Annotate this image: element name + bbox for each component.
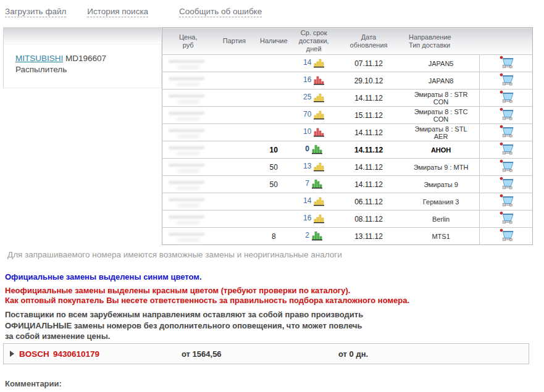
availability-cell — [254, 90, 293, 107]
delivery-days-cell: 16 — [293, 72, 335, 90]
cart-icon — [498, 125, 514, 138]
availability-cell — [254, 72, 293, 90]
analog-price-from: от 1564,56 — [182, 349, 222, 359]
direction-cell: Эмираты 9 : MTH — [403, 159, 480, 176]
cart-cell — [480, 124, 533, 141]
update-date-cell: 07.11.12 — [335, 55, 403, 72]
party-cell — [214, 124, 254, 141]
report-error-link[interactable]: Сообщить об ошибке — [179, 7, 262, 17]
update-date-cell: 14.11.12 — [335, 159, 403, 176]
update-date-cell: 06.11.12 — [335, 193, 403, 211]
cart-icon — [498, 177, 514, 190]
add-to-cart-button[interactable] — [498, 159, 514, 173]
direction-cell: Эмираты 8 : STL AER — [403, 124, 480, 141]
add-to-cart-button[interactable] — [498, 90, 514, 104]
update-date-cell: 15.11.12 — [335, 107, 403, 124]
availability-cell: 50 — [254, 159, 293, 176]
part-info-panel: MITSUBISHI MD196607 Распылитель — [3, 27, 162, 88]
suppliers-note: Поставщики по всем зарубежным направлени… — [5, 309, 363, 342]
availability-cell: 50 — [254, 176, 293, 193]
availability-cell — [254, 107, 293, 124]
update-date-cell: 14.11.12 — [335, 176, 403, 193]
cart-icon — [498, 211, 514, 225]
hidden-price-placeholder — [164, 127, 212, 138]
add-to-cart-button[interactable] — [498, 177, 514, 190]
cart-icon — [498, 56, 514, 69]
add-to-cart-button[interactable] — [498, 56, 514, 69]
wholesale-responsibility-note: Как оптовый покупатель Вы несете ответст… — [5, 296, 409, 305]
hidden-price-placeholder — [164, 162, 212, 172]
hidden-price-placeholder — [164, 196, 212, 207]
upload-file-link[interactable]: Загрузить файл — [5, 7, 66, 17]
direction-cell: Эмираты 9 — [403, 176, 480, 193]
price-cell — [162, 124, 214, 141]
delivery-trend-red-icon — [314, 76, 324, 85]
availability-cell — [254, 193, 293, 211]
cart-icon — [498, 90, 514, 104]
delivery-trend-green-icon — [312, 145, 322, 154]
column-header-party: Партия — [214, 28, 254, 55]
cart-icon — [498, 107, 514, 121]
direction-cell: MTS1 — [403, 228, 480, 245]
availability-cell: 8 — [254, 228, 293, 245]
party-cell — [214, 211, 254, 228]
add-to-cart-button[interactable] — [498, 142, 514, 156]
delivery-days-cell: 16 — [293, 211, 335, 228]
cart-icon — [498, 73, 514, 86]
direction-cell: Германия 3 — [403, 193, 480, 211]
price-cell — [162, 72, 214, 90]
hidden-price-placeholder — [164, 231, 212, 241]
delivery-days-value: 70 — [303, 110, 311, 119]
cart-icon — [498, 228, 514, 242]
offer-row: 50 13 14.11.12Эмираты 9 : MTH — [162, 159, 533, 176]
hidden-price-placeholder — [164, 75, 212, 86]
add-to-cart-button[interactable] — [498, 107, 514, 121]
analog-row[interactable]: BOSCH 9430610179 от 1564,56 от 0 дн. — [3, 343, 529, 364]
add-to-cart-button[interactable] — [498, 73, 514, 86]
party-cell — [214, 107, 254, 124]
analog-brand[interactable]: BOSCH — [19, 349, 49, 359]
column-header-days: Ср. срокдоставки,дней — [293, 28, 335, 55]
offer-row: 14 07.11.12JAPAN5 — [162, 55, 533, 72]
direction-cell: Berlin — [403, 211, 480, 228]
hidden-price-placeholder — [164, 144, 212, 155]
expand-triangle-icon[interactable] — [10, 351, 14, 357]
price-cell — [162, 211, 214, 228]
analog-part-number[interactable]: 9430610179 — [53, 349, 99, 359]
add-to-cart-button[interactable] — [498, 228, 514, 242]
direction-cell: АНОН — [403, 141, 480, 159]
price-cell — [162, 159, 214, 176]
delivery-trend-yellow-icon — [314, 59, 324, 68]
delivery-days-value: 10 — [303, 127, 311, 136]
party-cell — [214, 159, 254, 176]
update-date-cell: 13.11.12 — [335, 228, 403, 245]
hidden-price-placeholder — [164, 179, 212, 190]
cart-cell — [480, 72, 533, 90]
delivery-trend-red-icon — [314, 128, 324, 137]
search-history-link[interactable]: История поиска — [87, 7, 148, 17]
delivery-days-cell: 14 — [293, 55, 335, 72]
add-to-cart-button[interactable] — [498, 125, 514, 138]
add-to-cart-button[interactable] — [498, 194, 514, 207]
part-name: Распылитель — [15, 64, 161, 75]
delivery-days-cell: 2 — [293, 228, 335, 245]
hidden-price-placeholder — [164, 58, 212, 69]
column-header-price: Цена,руб — [162, 28, 214, 55]
add-to-cart-button[interactable] — [498, 211, 514, 225]
price-cell — [162, 107, 214, 124]
update-date-cell: 14.11.12 — [335, 124, 403, 141]
delivery-days-value: 14 — [303, 196, 311, 205]
price-cell — [162, 55, 214, 72]
part-brand-link[interactable]: MITSUBISHI — [15, 54, 63, 63]
offer-row: 10 14.11.12Эмираты 8 : STL AER — [162, 124, 533, 141]
cart-cell — [480, 228, 533, 245]
analogs-intro-note: Для запрашиваемого номера имеются возмож… — [7, 250, 342, 259]
hidden-price-placeholder — [164, 110, 212, 120]
hidden-price-placeholder — [164, 93, 212, 103]
column-header-direction: НаправлениеТип доставки — [403, 28, 480, 55]
delivery-days-value: 14 — [303, 58, 311, 67]
cart-cell — [480, 141, 533, 159]
delivery-days-cell: 13 — [293, 159, 335, 176]
delivery-days-cell: 14 — [293, 193, 335, 211]
cart-cell — [480, 193, 533, 211]
